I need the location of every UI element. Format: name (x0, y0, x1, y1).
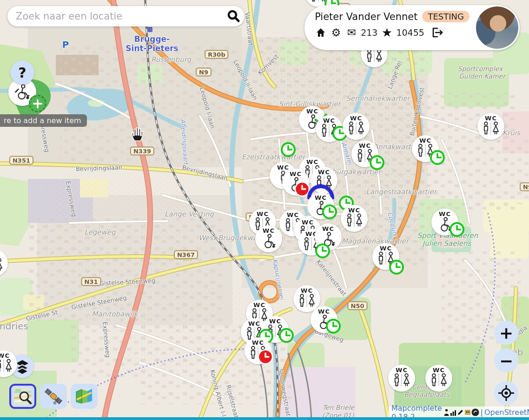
toilet-marker[interactable]: WC (341, 205, 368, 232)
marker-label: WC (439, 211, 451, 217)
badge-circle-icon (471, 408, 479, 416)
add-item-tooltip: re to add a new item (0, 114, 87, 127)
map-label: Ten Briele (323, 404, 354, 411)
chart-icon (450, 409, 456, 416)
toilet-marker[interactable]: WC (425, 365, 452, 392)
male-female-icon (430, 373, 448, 387)
open-clock-icon (321, 203, 338, 220)
marker-label: WC (287, 212, 299, 218)
open-clock-icon (369, 154, 385, 171)
style-option-map[interactable] (71, 384, 98, 409)
toilet-wheelchair-icon (13, 84, 31, 100)
pencil-icon (457, 409, 464, 416)
marker-label: WC (322, 226, 334, 232)
open-clock-icon (314, 243, 331, 259)
road-shield: R30b (205, 50, 228, 59)
marker-label: WC (419, 138, 431, 144)
clock-green-badge (325, 318, 342, 336)
map-label: Sint-Pieters (126, 44, 178, 53)
open-clock-icon (278, 327, 295, 344)
road-shield: N339 (130, 147, 154, 156)
map-label: P (62, 39, 69, 50)
marker-label: WC (253, 302, 265, 308)
clock-green-badge (280, 141, 297, 160)
map-label: ndries (0, 321, 28, 332)
clock-green-badge (369, 154, 385, 173)
map-label: Lange Vesting (165, 210, 214, 218)
marker-label: WC (396, 367, 408, 373)
marker-label: WC (359, 143, 371, 149)
home-icon[interactable] (315, 26, 327, 39)
open-clock-icon (325, 318, 342, 335)
logout-icon[interactable] (431, 26, 443, 39)
map-label: Julien Saelens (423, 239, 471, 248)
clock-green-badge (449, 221, 465, 240)
clock-red-badge (258, 349, 273, 367)
marker-label: WC (277, 164, 289, 171)
user-avatar[interactable] (476, 7, 518, 49)
marker-label: WC (380, 245, 392, 251)
clock-green-badge (388, 259, 405, 277)
flag-icon (464, 409, 471, 416)
marker-label: WC (318, 169, 330, 175)
marker-label: WC (290, 171, 302, 177)
male-female-icon (0, 258, 4, 272)
toilet-marker[interactable]: WC (255, 225, 282, 252)
add-item-plus-button[interactable]: + (29, 95, 46, 112)
male-female-icon (365, 49, 384, 63)
toilet-marker[interactable]: WC (477, 113, 504, 140)
help-button[interactable]: ? (10, 60, 34, 85)
road-shield: N9 (520, 183, 529, 191)
marker-label: WC (0, 353, 10, 359)
road-shield: N50 (348, 302, 368, 310)
marker-label: WC (263, 228, 275, 234)
map-label: Kruis (503, 129, 520, 137)
marker-label: WC (348, 207, 360, 213)
background-style-switcher (9, 384, 98, 409)
marker-label: WC (269, 318, 281, 324)
marker-label: WC (350, 115, 362, 121)
map-label: Langestraatkwartier (366, 188, 436, 196)
marker-label: WC (302, 219, 314, 225)
open-clock-icon (449, 221, 465, 238)
closed-clock-icon (258, 349, 273, 365)
marker-label: WC (252, 340, 264, 346)
map-label: Begraafplaats (404, 391, 450, 398)
marker-label: WC (318, 308, 330, 315)
osm-link[interactable]: OpenStreetMap (484, 408, 529, 417)
gear-icon[interactable]: ⚙ (330, 26, 342, 39)
male-female-icon (347, 121, 365, 135)
map-label: Brugge- (134, 34, 170, 44)
marker-label: WC (306, 159, 318, 165)
toilet-marker[interactable]: WC (343, 113, 370, 140)
testing-badge: TESTING (422, 11, 469, 22)
male-female-icon (392, 373, 411, 387)
marker-label: WC (323, 118, 335, 124)
clock-green-badge (278, 327, 295, 346)
zoom-in-button[interactable]: + (494, 321, 518, 345)
mail-icon[interactable]: ✉ (345, 26, 357, 39)
zoom-out-button[interactable]: − (494, 348, 518, 373)
road-shield: N9 (196, 68, 212, 77)
geolocate-button[interactable] (494, 381, 518, 405)
crosshair-icon (498, 385, 515, 401)
marker-label: WC (485, 115, 497, 121)
user-name: Pieter Vander Vennet (315, 11, 417, 22)
open-clock-icon (280, 141, 297, 158)
map-label: Sportcomplex (458, 65, 503, 72)
style-option-osm-carto[interactable] (9, 384, 36, 409)
marker-label: WC (301, 288, 313, 294)
star-icon: ★ (381, 26, 393, 39)
clock-green-badge (314, 243, 331, 261)
map-label: Magdalenakwartier (342, 237, 409, 245)
search-button[interactable] (222, 6, 245, 26)
clock-green-badge (321, 203, 338, 222)
toilet-marker[interactable]: WC (388, 365, 415, 392)
osm-style-icon (13, 387, 32, 406)
magnifier-icon (226, 9, 240, 23)
bottom-accent-bar (0, 417, 529, 420)
attribution-separator: | (481, 408, 483, 417)
search-input[interactable] (7, 11, 222, 22)
changeset-count: 10455 (396, 27, 424, 38)
style-option-satellite[interactable] (40, 384, 67, 409)
